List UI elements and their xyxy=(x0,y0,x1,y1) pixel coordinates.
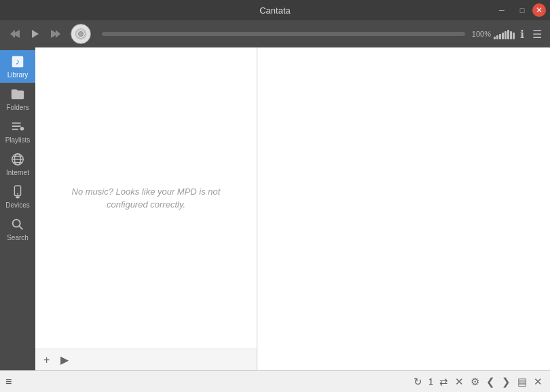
progress-bar[interactable] xyxy=(102,32,465,36)
svg-point-8 xyxy=(20,127,24,131)
status-badge-1: 1 xyxy=(427,377,435,387)
left-panel: No music? Looks like your MPD is notconf… xyxy=(35,47,257,370)
sidebar-item-playlists[interactable]: Playlists xyxy=(0,115,35,148)
sidebar-item-library[interactable]: ♪ Library xyxy=(0,50,35,83)
hamburger-icon[interactable]: ≡ xyxy=(5,376,12,388)
sidebar-label-internet: Internet xyxy=(6,169,29,176)
shuffle-button[interactable]: ⇄ xyxy=(437,374,450,389)
info-button[interactable]: ℹ xyxy=(517,26,527,42)
svg-point-18 xyxy=(13,220,20,227)
sidebar-item-folders[interactable]: Folders xyxy=(0,83,35,115)
sidebar-item-devices[interactable]: Devices xyxy=(0,180,35,213)
statusbar: ≡ ↻ 1 ⇄ ✕ ⚙ ❮ ❯ ▤ ✕ xyxy=(0,370,550,392)
svg-rect-5 xyxy=(12,123,21,124)
svg-point-17 xyxy=(17,193,18,195)
close-status-button[interactable]: ✕ xyxy=(532,374,545,389)
sidebar-label-folders: Folders xyxy=(6,104,29,111)
content-area: No music? Looks like your MPD is notconf… xyxy=(35,47,550,370)
app-title: Cantata xyxy=(259,5,291,16)
add-button[interactable]: + xyxy=(41,353,52,368)
statusbar-right: ↻ 1 ⇄ ✕ ⚙ ❮ ❯ ▤ ✕ xyxy=(411,374,545,389)
window-controls: ─ □ ✕ xyxy=(492,0,550,20)
titlebar: Cantata ─ □ ✕ xyxy=(0,0,550,20)
svg-rect-6 xyxy=(12,125,21,127)
svg-marker-1 xyxy=(32,30,39,38)
play-footer-button[interactable]: ▶ xyxy=(58,352,71,368)
close-button[interactable]: ✕ xyxy=(532,3,546,17)
prev-status-button[interactable]: ❮ xyxy=(484,374,497,389)
sidebar-label-playlists: Playlists xyxy=(5,136,31,144)
refresh-button[interactable]: ↻ xyxy=(411,374,424,389)
sidebar-item-search[interactable]: Search xyxy=(0,213,35,246)
sidebar-item-internet[interactable]: Internet xyxy=(0,148,35,180)
toolbar-right: 100% ℹ ☰ xyxy=(472,26,545,42)
svg-marker-2 xyxy=(51,30,60,38)
settings-button[interactable]: ⚙ xyxy=(469,374,481,389)
menu-button[interactable]: ☰ xyxy=(530,26,545,42)
next-button[interactable] xyxy=(46,24,65,43)
svg-text:♪: ♪ xyxy=(16,57,20,66)
svg-marker-0 xyxy=(10,30,20,38)
toolbar: 100% ℹ ☰ xyxy=(0,20,550,47)
main-area: ♪ Library Folders Playlists xyxy=(0,47,550,370)
right-panel xyxy=(257,47,550,370)
left-panel-empty: No music? Looks like your MPD is notconf… xyxy=(35,47,257,349)
next-status-button[interactable]: ❯ xyxy=(500,374,513,389)
empty-message: No music? Looks like your MPD is notconf… xyxy=(72,185,221,212)
volume-label: 100% xyxy=(472,30,491,38)
count-button[interactable]: ✕ xyxy=(453,374,466,389)
minimize-button[interactable]: ─ xyxy=(492,0,512,20)
sidebar-label-devices: Devices xyxy=(5,201,30,209)
sidebar-label-search: Search xyxy=(7,234,29,241)
volume-bars xyxy=(494,28,515,39)
maximize-button[interactable]: □ xyxy=(512,0,532,20)
play-button[interactable] xyxy=(26,24,45,43)
svg-line-19 xyxy=(19,226,22,229)
playlist-button[interactable]: ▤ xyxy=(515,374,529,389)
svg-rect-16 xyxy=(16,196,20,198)
svg-rect-7 xyxy=(12,129,18,130)
prev-button[interactable] xyxy=(5,24,24,43)
statusbar-left: ≡ xyxy=(5,376,12,388)
left-panel-footer: + ▶ xyxy=(35,349,257,370)
disc-icon xyxy=(71,24,91,44)
sidebar: ♪ Library Folders Playlists xyxy=(0,47,35,370)
sidebar-label-library: Library xyxy=(7,71,29,79)
